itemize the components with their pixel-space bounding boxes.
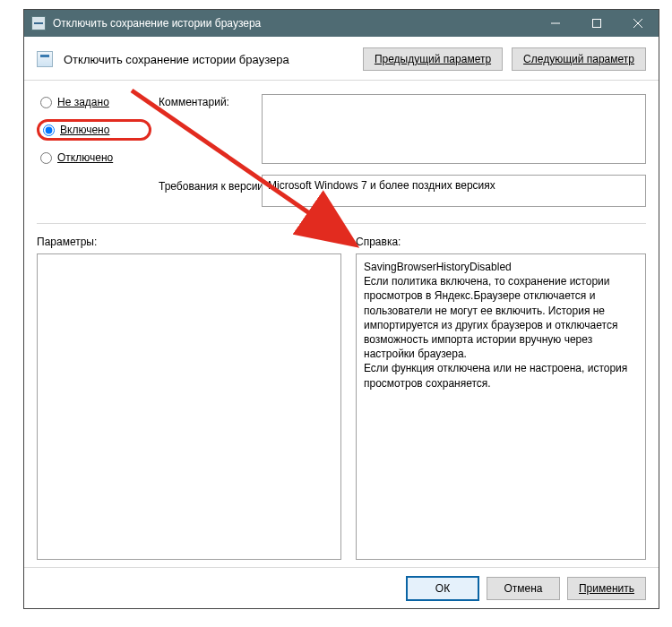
next-setting-label: Следующий параметр: [523, 53, 634, 65]
next-setting-button[interactable]: Следующий параметр: [512, 47, 646, 71]
apply-label: Применить: [579, 582, 634, 595]
ok-label: ОК: [435, 582, 450, 595]
window-title: Отключить сохранение истории браузера: [53, 17, 535, 30]
maximize-button[interactable]: [576, 10, 617, 37]
cancel-label: Отмена: [504, 582, 542, 595]
radio-enabled-label: Включено: [60, 124, 109, 136]
radio-enabled[interactable]: Включено: [37, 119, 151, 141]
close-icon: [633, 19, 642, 28]
requirements-field: Microsoft Windows 7 и более поздних верс…: [262, 175, 646, 207]
header-row: Отключить сохранение истории браузера Пр…: [24, 37, 659, 81]
divider: [37, 223, 646, 224]
radio-not-configured[interactable]: Не задано: [37, 94, 151, 110]
radio-disabled[interactable]: Отключено: [37, 150, 151, 166]
help-text: SavingBrowserHistoryDisabled Если полити…: [364, 260, 638, 391]
client-area: Отключить сохранение истории браузера Пр…: [24, 37, 659, 608]
params-label: Параметры:: [37, 236, 97, 248]
titlebar: Отключить сохранение истории браузера: [24, 10, 659, 37]
requirements-label: Требования к версии:: [159, 180, 266, 193]
radio-enabled-input[interactable]: [43, 125, 55, 136]
config-area: Не задано Включено Отключено Комментарий…: [24, 90, 659, 567]
radio-not-configured-input[interactable]: [40, 97, 52, 108]
comment-label: Комментарий:: [159, 96, 229, 108]
policy-title: Отключить сохранение истории браузера: [62, 53, 354, 66]
comment-field[interactable]: [262, 94, 646, 164]
footer: ОК Отмена Применить: [24, 567, 659, 608]
help-label: Справка:: [356, 236, 401, 248]
requirements-text: Microsoft Windows 7 и более поздних верс…: [268, 179, 495, 192]
minimize-icon: [551, 19, 560, 28]
window-controls: [535, 10, 659, 37]
state-radio-group: Не задано Включено Отключено: [37, 94, 151, 175]
previous-setting-button[interactable]: Предыдущий параметр: [363, 47, 503, 71]
window: Отключить сохранение истории браузера От…: [23, 9, 659, 609]
help-panel: SavingBrowserHistoryDisabled Если полити…: [356, 253, 646, 560]
cancel-button[interactable]: Отмена: [487, 577, 560, 600]
maximize-icon: [592, 19, 601, 28]
apply-button[interactable]: Применить: [567, 577, 646, 600]
close-button[interactable]: [617, 10, 659, 37]
radio-not-configured-label: Не задано: [57, 96, 109, 108]
minimize-button[interactable]: [535, 10, 576, 37]
app-icon: [31, 16, 46, 30]
radio-disabled-label: Отключено: [57, 151, 113, 164]
params-panel: [37, 253, 341, 560]
previous-setting-label: Предыдущий параметр: [375, 53, 491, 65]
svg-rect-1: [593, 20, 601, 28]
radio-disabled-input[interactable]: [40, 152, 52, 164]
policy-icon: [37, 51, 53, 67]
ok-button[interactable]: ОК: [406, 576, 479, 601]
